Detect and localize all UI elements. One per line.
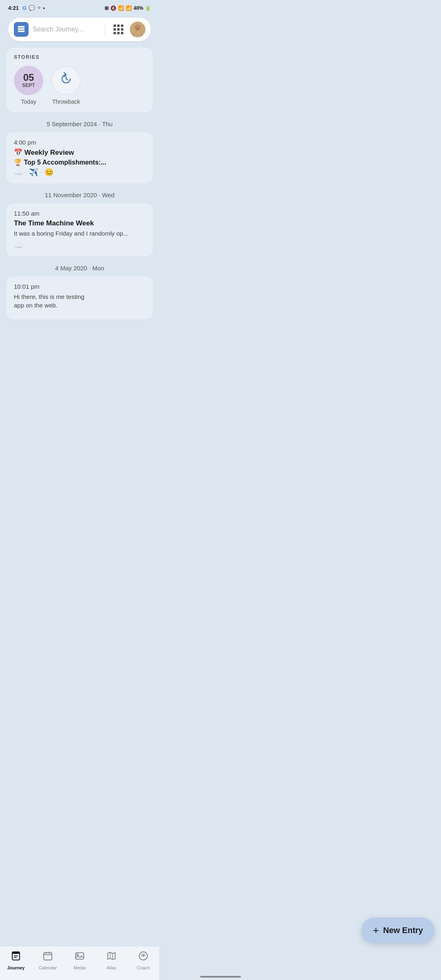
entry-card-1[interactable]: 4:00 pm 📅 Weekly Review 🏆 Top 5 Accompli… <box>7 132 153 183</box>
app-logo <box>14 22 29 37</box>
dot-1: · <box>25 169 27 175</box>
date-sep-1: 5 September 2024 · Thu <box>7 120 153 127</box>
google-icon: G <box>22 5 27 11</box>
entry-time-1: 4:00 pm <box>14 139 145 146</box>
story-today[interactable]: 05 SEPT Today <box>14 66 43 105</box>
entry-card-3[interactable]: 10:01 pm Hi there, this is me testing ap… <box>7 276 153 319</box>
svg-rect-2 <box>18 31 25 32</box>
entry-title-2: The Time Machine Week <box>14 219 145 227</box>
entry-time-2: 11:50 am <box>14 210 145 217</box>
plane-icon: ✈️ <box>29 168 38 177</box>
mute-icon: 🔇 <box>110 5 116 11</box>
entry-icons-1: ☁️ · ✈️ · 😊 <box>14 168 145 177</box>
entry-title-1: 📅 Weekly Review <box>14 148 145 157</box>
today-caption: Today <box>21 98 36 105</box>
cloud-icon: ☁️ <box>14 168 23 177</box>
status-right: ⊞ 🔇 📶 📶 40% 🔋 <box>105 5 151 11</box>
svg-point-7 <box>134 32 142 37</box>
entry-icons-2: ☁️ <box>14 241 145 250</box>
search-placeholder[interactable]: Search Journey... <box>33 26 99 33</box>
throwback-icon <box>59 71 74 89</box>
status-left: 4:21 G 💬 ⁘ • <box>8 5 45 11</box>
smile-icon: 😊 <box>45 168 53 177</box>
avatar-image <box>130 22 145 37</box>
whatsapp-icon: 💬 <box>29 5 35 11</box>
logo-icon <box>17 25 26 34</box>
entry-time-3: 10:01 pm <box>14 283 145 290</box>
sd-icon: ⊞ <box>105 5 109 11</box>
cloud-icon-2: ☁️ <box>14 241 23 250</box>
stories-label: STORIES <box>14 54 145 60</box>
signal-icon: ⁘ <box>37 5 41 11</box>
entry-preview-3: Hi there, this is me testing app on the … <box>14 292 145 310</box>
svg-point-9 <box>138 27 139 27</box>
svg-line-11 <box>66 79 68 80</box>
svg-rect-0 <box>18 26 25 28</box>
signal-bars: 📶 <box>126 5 132 11</box>
svg-point-8 <box>136 27 137 27</box>
stories-section: STORIES 05 SEPT Today <box>7 48 153 112</box>
svg-rect-1 <box>18 28 25 30</box>
entry-subtitle-1: 🏆 Top 5 Accomplishments:... <box>14 158 145 166</box>
date-sep-3: 4 May 2020 · Mon <box>7 265 153 272</box>
search-divider <box>105 24 105 35</box>
entry-card-2[interactable]: 11:50 am The Time Machine Week It was a … <box>7 203 153 256</box>
throwback-caption: Throwback <box>52 98 80 105</box>
story-throwback[interactable]: Throwback <box>51 66 81 105</box>
battery-percent: 40% <box>134 5 143 11</box>
wifi-icon: 📶 <box>118 5 124 11</box>
today-date-month: SEPT <box>22 82 35 88</box>
timeline: 5 September 2024 · Thu 4:00 pm 📅 Weekly … <box>0 120 159 319</box>
stories-row: 05 SEPT Today <box>14 66 145 105</box>
search-bar[interactable]: Search Journey... <box>8 18 151 41</box>
entry-preview-2: It was a boring Friday and I randomly op… <box>14 229 145 238</box>
throwback-circle <box>51 66 81 95</box>
today-circle: 05 SEPT <box>14 66 43 95</box>
time-display: 4:21 <box>8 5 19 11</box>
dot-icon: • <box>43 5 45 11</box>
battery-icon: 🔋 <box>145 5 151 11</box>
date-sep-2: 11 November 2020 · Wed <box>7 192 153 198</box>
dot-2: · <box>40 169 42 175</box>
grid-icon[interactable] <box>114 24 123 34</box>
today-date-num: 05 <box>23 73 34 82</box>
status-bar: 4:21 G 💬 ⁘ • ⊞ 🔇 📶 📶 40% 🔋 <box>0 0 159 14</box>
avatar[interactable] <box>130 22 145 37</box>
